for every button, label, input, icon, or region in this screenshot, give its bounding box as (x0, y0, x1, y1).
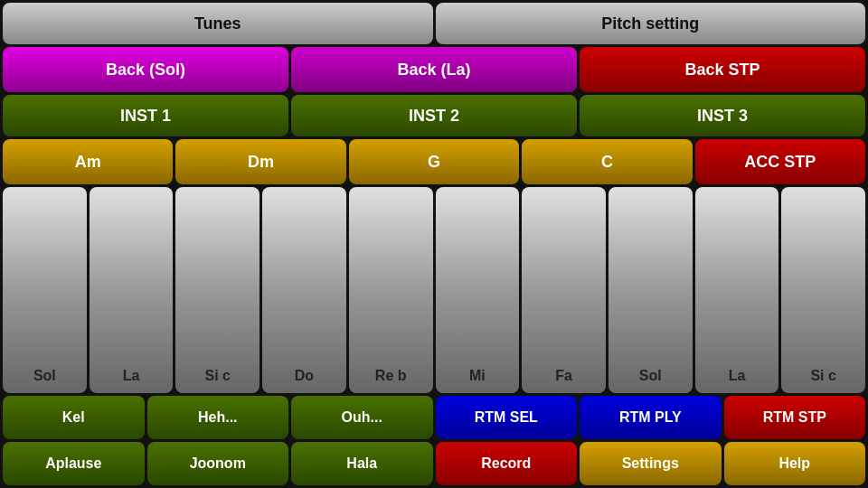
header-row: Tunes Pitch setting (3, 3, 865, 44)
back-stp-button[interactable]: Back STP (580, 47, 865, 92)
tunes-button[interactable]: Tunes (3, 3, 433, 44)
rtm-stp-button[interactable]: RTM STP (724, 396, 866, 439)
acc-stp-button[interactable]: ACC STP (695, 139, 865, 184)
rtm-ply-button[interactable]: RTM PLY (580, 396, 722, 439)
key-la-1[interactable]: La (90, 187, 174, 393)
kel-button[interactable]: Kel (3, 396, 145, 439)
app-container: Tunes Pitch setting Back (Sol) Back (La)… (0, 0, 868, 488)
key-do[interactable]: Do (262, 187, 346, 393)
key-la-2[interactable]: La (695, 187, 779, 393)
settings-button[interactable]: Settings (580, 442, 722, 485)
pitch-setting-button[interactable]: Pitch setting (436, 3, 866, 44)
inst1-button[interactable]: INST 1 (3, 95, 288, 136)
chord-dm-button[interactable]: Dm (175, 139, 345, 184)
inst2-button[interactable]: INST 2 (291, 95, 577, 136)
back-row: Back (Sol) Back (La) Back STP (3, 47, 865, 92)
ouh-button[interactable]: Ouh... (291, 396, 433, 439)
record-button[interactable]: Record (436, 442, 578, 485)
chords-row: Am Dm G C ACC STP (3, 139, 865, 184)
chord-am-button[interactable]: Am (3, 139, 173, 184)
bottom-row: Aplause Joonom Hala Record Settings Help (3, 442, 865, 485)
key-sic-1[interactable]: Si c (175, 187, 259, 393)
piano-keys-row: Sol La Si c Do Re b Mi Fa Sol La Si c (3, 187, 865, 393)
chord-g-button[interactable]: G (349, 139, 519, 184)
back-la-button[interactable]: Back (La) (291, 47, 577, 92)
rtm-sel-button[interactable]: RTM SEL (436, 396, 578, 439)
joonom-button[interactable]: Joonom (147, 442, 289, 485)
key-sic-2[interactable]: Si c (781, 187, 865, 393)
key-sol-1[interactable]: Sol (3, 187, 87, 393)
back-sol-button[interactable]: Back (Sol) (3, 47, 288, 92)
key-reb[interactable]: Re b (349, 187, 433, 393)
inst3-button[interactable]: INST 3 (580, 95, 865, 136)
hala-button[interactable]: Hala (291, 442, 433, 485)
sounds-row: Kel Heh... Ouh... RTM SEL RTM PLY RTM ST… (3, 396, 865, 439)
heh-button[interactable]: Heh... (147, 396, 289, 439)
aplause-button[interactable]: Aplause (3, 442, 145, 485)
key-sol-2[interactable]: Sol (609, 187, 693, 393)
key-mi[interactable]: Mi (436, 187, 520, 393)
inst-row: INST 1 INST 2 INST 3 (3, 95, 865, 136)
chord-c-button[interactable]: C (522, 139, 692, 184)
key-fa[interactable]: Fa (522, 187, 606, 393)
help-button[interactable]: Help (724, 442, 866, 485)
